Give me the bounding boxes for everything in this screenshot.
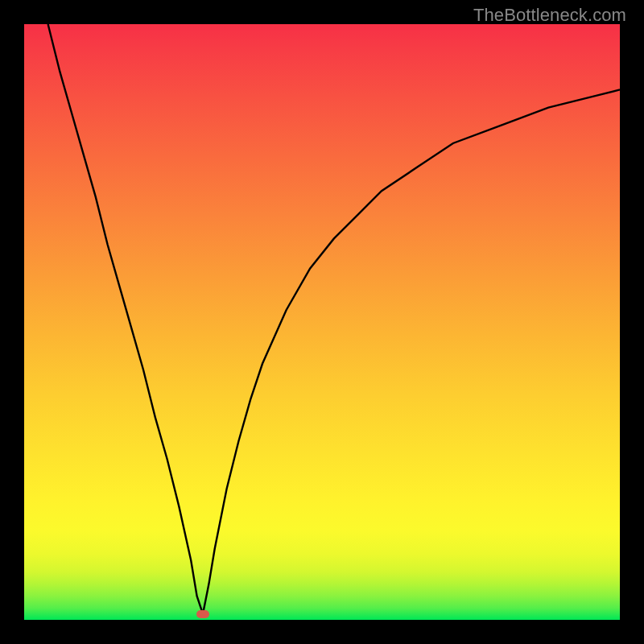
plot-area bbox=[24, 24, 620, 620]
bottleneck-curve bbox=[24, 24, 620, 620]
minimum-marker bbox=[196, 610, 209, 618]
watermark-text: TheBottleneck.com bbox=[473, 5, 626, 26]
chart-frame: TheBottleneck.com bbox=[0, 0, 644, 644]
curve-path bbox=[48, 24, 620, 614]
